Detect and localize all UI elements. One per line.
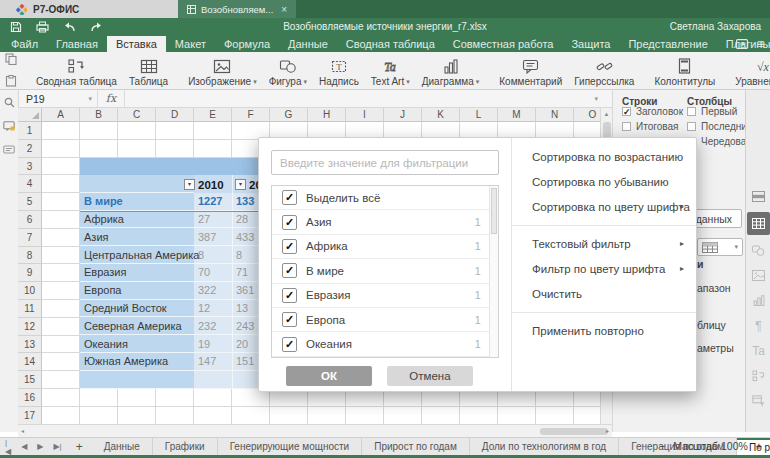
ribbon-tab-8[interactable]: Защита [562,36,619,52]
filter-list-item-3[interactable]: ✓В мире1 [272,259,498,283]
textart-button[interactable]: Ta Text Art▾ [365,54,416,88]
ribbon-tab-4[interactable]: Формула [215,36,279,52]
insert-function-button[interactable]: fx [98,90,125,107]
chart-settings-icon[interactable] [747,289,770,312]
checkbox-first-column[interactable]: Первый [687,106,737,117]
document-tab[interactable]: Возобновляем... × [178,0,296,18]
row-header-14[interactable]: 14 [18,353,42,371]
row-header-5[interactable]: 5 [18,193,42,211]
sheet-tab-4[interactable]: Доли по технологиям в год [470,438,619,455]
comment-button[interactable]: Комментарий [493,54,568,88]
shape-settings-icon[interactable] [747,239,770,262]
ok-button[interactable]: ОК [286,366,372,386]
column-header-K[interactable]: K [422,108,460,122]
ribbon-tab-7[interactable]: Совместная работа [444,36,563,52]
ribbon-tab-6[interactable]: Сводная таблица [337,36,444,52]
filter-list-scrollbar[interactable] [489,186,498,357]
panel-fragment-params[interactable]: аметры [697,342,734,354]
row-header-13[interactable]: 13 [18,336,42,354]
slicer-settings-icon[interactable] [747,389,770,412]
filter-list-item-2[interactable]: ✓Африка1 [272,235,498,259]
column-header-C[interactable]: C [118,108,156,122]
pivot-settings-icon[interactable] [747,364,770,387]
filter-item-checkbox[interactable]: ✓ [282,288,297,303]
column-header-J[interactable]: J [384,108,422,122]
sheet-tab-2[interactable]: Генерирующие мощности [218,438,363,455]
sheet-nav-2[interactable]: ▶ [32,438,48,455]
table-settings-icon[interactable] [747,212,770,235]
filter-list-item-6[interactable]: ✓Океания1 [272,332,498,356]
panel-fragment-table[interactable]: блицу [697,319,726,331]
zoom-out-button[interactable]: − [659,440,665,452]
filter-item-checkbox[interactable]: ✓ [282,337,297,352]
row-header-12[interactable]: 12 [18,318,42,336]
filter-menu-item-6[interactable]: Очистить [512,281,696,306]
copy-icon[interactable] [5,51,17,69]
hyperlink-button[interactable]: Гиперссылка [568,54,640,88]
cell-settings-icon[interactable] [747,185,770,208]
headers-footers-button[interactable]: Колонтитулы [648,54,721,88]
filter-list-item-5[interactable]: ✓Европа1 [272,308,498,332]
row-header-16[interactable]: 16 [18,389,42,407]
formula-bar-expand-icon[interactable]: ▾ [594,90,598,107]
autofilter-button-e4[interactable]: ▾ [235,179,246,190]
checkbox-icon[interactable] [687,107,696,116]
select-all-corner[interactable] [18,108,42,122]
chart-button[interactable]: Диаграмма▾ [416,54,486,88]
textbox-button[interactable]: T Надпись [313,54,365,88]
ribbon-tab-3[interactable]: Макет [166,36,215,52]
filter-menu-item-8[interactable]: Применить повторно [512,318,696,343]
checkbox-icon[interactable] [687,122,696,131]
scroll-right-icon[interactable]: ▸ [606,426,609,437]
checkbox-last-column[interactable]: Последний [687,121,752,132]
column-header-F[interactable]: F [232,108,270,122]
filter-list-item-0[interactable]: ✓Выделить всё [272,186,498,210]
column-header-N[interactable]: N [536,108,574,122]
row-header-1[interactable]: 1 [18,122,42,140]
row-header-15[interactable]: 15 [18,371,42,389]
undo-button[interactable] [63,22,76,33]
comments-icon[interactable] [0,114,18,138]
filter-item-checkbox[interactable]: ✓ [282,190,297,205]
filter-menu-item-2[interactable]: Сортировка по цвету шрифта▸ [512,194,696,219]
pivot-table-button[interactable]: Сводная таблица [30,54,123,88]
table-button[interactable]: Таблица [123,54,174,88]
ribbon-tab-9[interactable]: Представление [619,36,716,52]
row-header-17[interactable]: 17 [18,407,42,424]
shape-button[interactable]: Фигура▾ [263,54,313,88]
row-header-9[interactable]: 9 [18,264,42,282]
row-header-10[interactable]: 10 [18,282,42,300]
column-header-L[interactable]: L [460,108,498,122]
ribbon-tab-5[interactable]: Данные [279,36,337,52]
paste-icon[interactable] [5,73,17,91]
sheet-tab-1[interactable]: Графики [153,438,218,455]
scroll-up-icon[interactable]: ▲ [601,108,612,120]
zoom-in-button[interactable]: + [756,440,762,452]
column-header-M[interactable]: M [498,108,536,122]
horizontal-scroll-thumb[interactable] [540,428,608,435]
add-sheet-button[interactable]: + [67,438,92,455]
filter-item-checkbox[interactable]: ✓ [282,312,297,327]
column-header-H[interactable]: H [308,108,346,122]
row-header-7[interactable]: 7 [18,229,42,247]
checkbox-header-row[interactable]: ✓ Заголовок [622,106,683,117]
print-button[interactable] [36,21,49,33]
checkbox-icon[interactable] [622,122,631,131]
sheet-nav-3[interactable]: ▶| [48,438,66,455]
close-tab-icon[interactable]: × [281,4,287,15]
row-header-6[interactable]: 6 [18,211,42,229]
sheet-tab-0[interactable]: Данные [92,438,153,455]
filter-menu-item-4[interactable]: Текстовый фильтр▸ [512,231,696,256]
sheet-tab-3[interactable]: Прирост по годам [362,438,470,455]
paragraph-settings-icon[interactable]: ¶ [747,314,770,337]
filter-menu-item-5[interactable]: Фильтр по цвету шрифта▸ [512,256,696,281]
ribbon-tab-2[interactable]: Вставка [107,36,166,52]
cell-name-box[interactable]: P19 ▾ [18,90,98,107]
filter-search-input[interactable] [271,150,499,175]
equation-button[interactable]: √x Уравнение▾ [729,54,770,88]
textart-settings-icon[interactable]: Ta [747,339,770,362]
filter-item-checkbox[interactable]: ✓ [282,263,297,278]
app-main-tab[interactable]: Р7-ОФИС [0,0,178,18]
column-header-O[interactable]: O [574,108,600,122]
row-header-3[interactable]: 3 [18,158,42,176]
